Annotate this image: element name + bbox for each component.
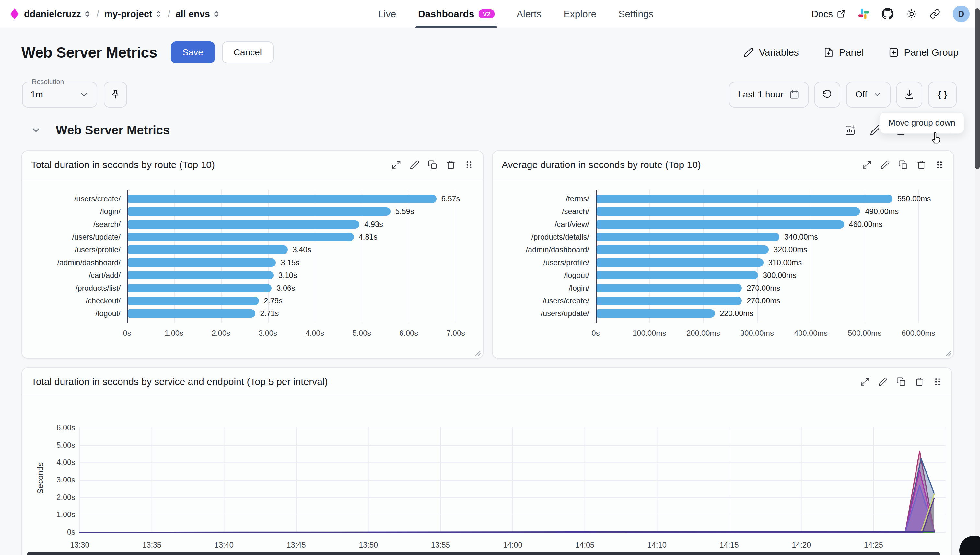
- bar[interactable]: [128, 195, 436, 203]
- time-range-button[interactable]: Last 1 hour: [729, 82, 809, 107]
- pencil-icon: [743, 47, 754, 58]
- maximize-icon[interactable]: [862, 160, 872, 170]
- bar-value-label: 460.00ms: [849, 220, 883, 229]
- grip-icon[interactable]: [933, 377, 942, 387]
- refresh-button[interactable]: [814, 82, 840, 107]
- bar[interactable]: [597, 245, 769, 254]
- variables-button[interactable]: Variables: [743, 47, 799, 58]
- tab-label: Live: [378, 8, 396, 19]
- copy-icon[interactable]: [898, 160, 908, 170]
- json-button[interactable]: { }: [928, 82, 957, 107]
- updown-icon: [154, 10, 163, 18]
- bar[interactable]: [128, 271, 274, 279]
- bar-value-label: 220.00ms: [720, 309, 753, 318]
- panel-group-button[interactable]: Panel Group: [888, 47, 959, 58]
- resize-handle-icon[interactable]: [946, 350, 951, 356]
- bar[interactable]: [597, 297, 742, 305]
- square-plus-icon: [888, 47, 899, 58]
- refresh-interval-select[interactable]: Off: [846, 82, 891, 107]
- action-label: Panel: [839, 47, 864, 58]
- grip-icon[interactable]: [464, 160, 474, 170]
- avatar[interactable]: D: [953, 5, 970, 22]
- action-label: Variables: [759, 47, 799, 58]
- copy-link-icon[interactable]: [929, 8, 940, 19]
- panel-title: Total duration in seconds by service and…: [31, 376, 328, 387]
- save-button[interactable]: Save: [171, 42, 215, 63]
- bar-category-label: /logout/: [492, 271, 589, 280]
- scrollbar-thumb[interactable]: [975, 8, 980, 169]
- hand-cursor-icon: [930, 130, 942, 144]
- slack-icon[interactable]: [858, 8, 869, 19]
- header-actions: VariablesPanelPanel Group: [743, 47, 959, 58]
- copy-icon[interactable]: [428, 160, 438, 170]
- page-header: Web Server Metrics Save Cancel Variables…: [21, 42, 959, 63]
- pencil-icon[interactable]: [878, 377, 888, 387]
- panel-total-duration: Total duration in seconds by route (Top …: [21, 150, 484, 359]
- breadcrumb-label: my-project: [104, 9, 152, 19]
- resize-handle-icon[interactable]: [475, 350, 481, 356]
- trash-icon[interactable]: [914, 377, 924, 387]
- y-tick-label: 2.00s: [42, 493, 75, 502]
- cancel-button[interactable]: Cancel: [222, 42, 274, 63]
- action-label: Panel Group: [904, 47, 959, 58]
- breadcrumb-item[interactable]: my-project: [104, 9, 163, 19]
- bar-category-label: /search/: [22, 220, 121, 229]
- x-tick-label: 3.00s: [259, 329, 277, 338]
- pin-icon: [110, 89, 121, 100]
- bar[interactable]: [128, 245, 288, 254]
- resolution-select[interactable]: Resolution 1m: [22, 82, 97, 107]
- pencil-icon[interactable]: [880, 160, 890, 170]
- collapse-chevron-icon[interactable]: [31, 125, 42, 136]
- pin-button[interactable]: [104, 82, 127, 107]
- bar[interactable]: [128, 258, 276, 267]
- tab-live[interactable]: Live: [378, 0, 396, 28]
- tab-alerts[interactable]: Alerts: [517, 0, 542, 28]
- tab-explore[interactable]: Explore: [563, 0, 597, 28]
- bar[interactable]: [597, 284, 742, 292]
- bar[interactable]: [597, 207, 860, 216]
- bar-category-label: /search/: [492, 207, 589, 216]
- tab-dashboards[interactable]: DashboardsV2: [418, 0, 494, 28]
- bar[interactable]: [597, 233, 779, 241]
- bar-value-label: 340.00ms: [784, 233, 818, 242]
- bar[interactable]: [597, 220, 844, 229]
- panel-header: Total duration in seconds by route (Top …: [22, 151, 483, 180]
- trash-icon[interactable]: [446, 160, 455, 170]
- controls-row: Resolution 1m Last 1 hour Off { } Mo: [22, 80, 957, 109]
- bar[interactable]: [597, 195, 893, 203]
- panel-title: Total duration in seconds by route (Top …: [31, 159, 215, 170]
- bar[interactable]: [128, 297, 259, 305]
- x-tick-label: 14:25: [864, 541, 883, 550]
- bar[interactable]: [128, 233, 354, 241]
- chat-fab[interactable]: [959, 536, 980, 555]
- pencil-icon[interactable]: [410, 160, 419, 170]
- download-button[interactable]: [896, 82, 922, 107]
- bar[interactable]: [597, 258, 764, 267]
- brand-logo-icon[interactable]: [10, 8, 19, 19]
- tab-settings[interactable]: Settings: [618, 0, 653, 28]
- bar[interactable]: [128, 207, 391, 216]
- trash-icon[interactable]: [916, 160, 926, 170]
- breadcrumb-item[interactable]: ddanielcruzz: [24, 9, 92, 19]
- bar[interactable]: [128, 284, 272, 292]
- copy-icon[interactable]: [896, 377, 906, 387]
- grip-icon[interactable]: [935, 160, 945, 170]
- bar[interactable]: [597, 271, 758, 279]
- theme-toggle-sun-icon[interactable]: [906, 8, 917, 19]
- group-title: Web Server Metrics: [56, 124, 170, 137]
- maximize-icon[interactable]: [860, 377, 870, 387]
- version-badge: V2: [479, 10, 494, 18]
- y-tick-label: 6.00s: [42, 423, 75, 432]
- bar[interactable]: [597, 309, 715, 318]
- docs-link[interactable]: Docs: [811, 9, 846, 19]
- bar[interactable]: [128, 220, 359, 229]
- maximize-icon[interactable]: [391, 160, 401, 170]
- github-icon[interactable]: [882, 8, 894, 20]
- chart-plus-icon[interactable]: [845, 125, 856, 136]
- breadcrumb-item[interactable]: all envs: [175, 9, 220, 19]
- bar[interactable]: [128, 309, 255, 318]
- y-tick-label: 1.00s: [42, 510, 75, 519]
- panel-button[interactable]: Panel: [824, 47, 864, 58]
- time-controls: Last 1 hour Off { } Move group down: [729, 82, 957, 107]
- bar-value-label: 270.00ms: [747, 297, 780, 305]
